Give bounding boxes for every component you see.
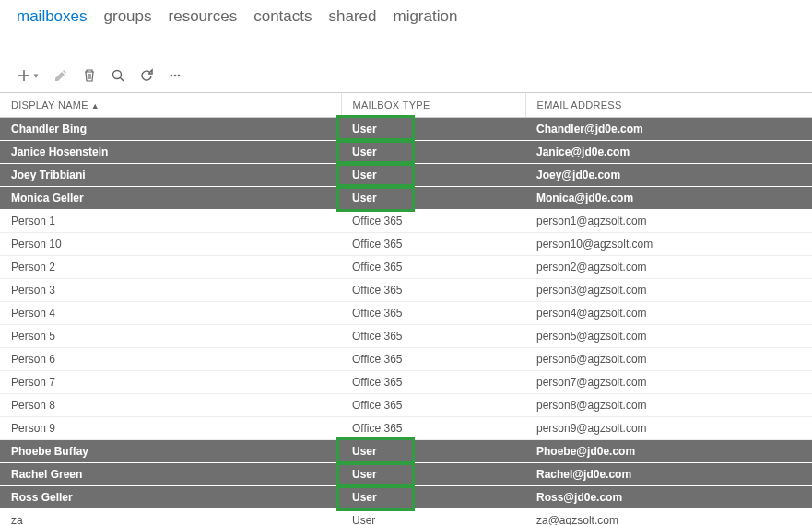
cell-display-name: Person 9 (0, 417, 341, 440)
cell-email: Joey@jd0e.com (525, 164, 812, 187)
cell-email: Chandler@jd0e.com (525, 118, 812, 141)
cell-mailbox-type: Office 365 (341, 302, 525, 325)
add-button[interactable]: ▼ (17, 68, 40, 83)
table-header-row: DISPLAY NAME MAILBOX TYPE EMAIL ADDRESS (0, 93, 812, 118)
table-row[interactable]: Person 7Office 365person7@agzsolt.com (0, 371, 812, 394)
table-row[interactable]: Person 8Office 365person8@agzsolt.com (0, 394, 812, 417)
table-row[interactable]: Monica GellerUserMonica@jd0e.com (0, 187, 812, 210)
cell-mailbox-type: Office 365 (341, 348, 525, 371)
cell-mailbox-type: User (341, 187, 525, 210)
cell-mailbox-type: Office 365 (341, 210, 525, 233)
svg-point-6 (178, 75, 181, 77)
cell-email: person7@agzsolt.com (525, 371, 812, 394)
cell-display-name: Monica Geller (0, 187, 341, 210)
cell-email: person3@agzsolt.com (525, 279, 812, 302)
cell-display-name: Chandler Bing (0, 118, 341, 141)
table-row[interactable]: Rachel GreenUserRachel@jd0e.com (0, 463, 812, 486)
cell-display-name: Person 1 (0, 210, 341, 233)
header-email[interactable]: EMAIL ADDRESS (525, 93, 812, 118)
cell-email: Ross@jd0e.com (525, 486, 812, 509)
svg-point-2 (112, 71, 121, 79)
tab-contacts[interactable]: contacts (253, 7, 312, 26)
cell-mailbox-type: Office 365 (341, 371, 525, 394)
search-button[interactable] (111, 68, 125, 83)
cell-email: person2@agzsolt.com (525, 256, 812, 279)
table-row[interactable]: Person 6Office 365person6@agzsolt.com (0, 348, 812, 371)
cell-mailbox-type: User (341, 440, 525, 463)
cell-display-name: Rachel Green (0, 463, 341, 486)
table-row[interactable]: Ross GellerUserRoss@jd0e.com (0, 486, 812, 509)
cell-display-name: Person 10 (0, 233, 341, 256)
table-row[interactable]: zaUserza@agzsolt.com (0, 509, 812, 526)
table-row[interactable]: Janice HosensteinUserJanice@jd0e.com (0, 141, 812, 164)
cell-display-name: Person 4 (0, 302, 341, 325)
more-button[interactable] (168, 68, 182, 83)
cell-display-name: Person 2 (0, 256, 341, 279)
header-mailbox-type[interactable]: MAILBOX TYPE (341, 93, 525, 118)
cell-email: person4@agzsolt.com (525, 302, 812, 325)
cell-email: Rachel@jd0e.com (525, 463, 812, 486)
cell-display-name: Janice Hosenstein (0, 141, 341, 164)
table-row[interactable]: Person 9Office 365person9@agzsolt.com (0, 417, 812, 440)
cell-email: Monica@jd0e.com (525, 187, 812, 210)
cell-display-name: za (0, 509, 341, 526)
table-row[interactable]: Person 3Office 365person3@agzsolt.com (0, 279, 812, 302)
cell-mailbox-type: Office 365 (341, 394, 525, 417)
cell-email: Janice@jd0e.com (525, 141, 812, 164)
delete-button[interactable] (82, 68, 97, 83)
tab-resources[interactable]: resources (169, 7, 238, 26)
tab-shared[interactable]: shared (328, 7, 376, 26)
cell-mailbox-type: Office 365 (341, 256, 525, 279)
cell-display-name: Person 3 (0, 279, 341, 302)
cell-email: person8@agzsolt.com (525, 394, 812, 417)
table-row[interactable]: Person 10Office 365person10@agzsolt.com (0, 233, 812, 256)
cell-mailbox-type: User (341, 463, 525, 486)
table-row[interactable]: Person 5Office 365person5@agzsolt.com (0, 325, 812, 348)
cell-display-name: Person 7 (0, 371, 341, 394)
cell-email: person10@agzsolt.com (525, 233, 812, 256)
cell-email: person6@agzsolt.com (525, 348, 812, 371)
cell-display-name: Ross Geller (0, 486, 341, 509)
cell-email: person9@agzsolt.com (525, 417, 812, 440)
cell-mailbox-type: User (341, 486, 525, 509)
cell-display-name: Person 8 (0, 394, 341, 417)
toolbar: ▼ (0, 31, 812, 92)
refresh-button[interactable] (139, 68, 154, 83)
cell-email: person1@agzsolt.com (525, 210, 812, 233)
table-row[interactable]: Person 1Office 365person1@agzsolt.com (0, 210, 812, 233)
table-row[interactable]: Person 4Office 365person4@agzsolt.com (0, 302, 812, 325)
header-display-name[interactable]: DISPLAY NAME (0, 93, 341, 118)
mailbox-table: DISPLAY NAME MAILBOX TYPE EMAIL ADDRESS … (0, 92, 812, 525)
cell-display-name: Person 5 (0, 325, 341, 348)
cell-mailbox-type: Office 365 (341, 279, 525, 302)
cell-mailbox-type: Office 365 (341, 233, 525, 256)
table-row[interactable]: Joey TribbianiUserJoey@jd0e.com (0, 164, 812, 187)
cell-mailbox-type: Office 365 (341, 325, 525, 348)
cell-display-name: Phoebe Buffay (0, 440, 341, 463)
chevron-down-icon: ▼ (32, 72, 40, 80)
cell-mailbox-type: Office 365 (341, 417, 525, 440)
table-row[interactable]: Phoebe BuffayUserPhoebe@jd0e.com (0, 440, 812, 463)
cell-display-name: Joey Tribbiani (0, 164, 341, 187)
cell-email: za@agzsolt.com (525, 509, 812, 526)
cell-mailbox-type: User (341, 118, 525, 141)
nav-tabs: mailboxesgroupsresourcescontactssharedmi… (0, 0, 812, 31)
cell-display-name: Person 6 (0, 348, 341, 371)
cell-email: person5@agzsolt.com (525, 325, 812, 348)
cell-mailbox-type: User (341, 509, 525, 526)
edit-button[interactable] (53, 68, 68, 83)
tab-migration[interactable]: migration (393, 7, 457, 26)
cell-mailbox-type: User (341, 141, 525, 164)
svg-point-5 (174, 75, 177, 77)
table-row[interactable]: Person 2Office 365person2@agzsolt.com (0, 256, 812, 279)
cell-email: Phoebe@jd0e.com (525, 440, 812, 463)
cell-mailbox-type: User (341, 164, 525, 187)
table-row[interactable]: Chandler BingUserChandler@jd0e.com (0, 118, 812, 141)
svg-line-3 (120, 78, 124, 82)
tab-groups[interactable]: groups (104, 7, 152, 26)
svg-point-4 (171, 75, 173, 77)
tab-mailboxes[interactable]: mailboxes (17, 7, 88, 26)
